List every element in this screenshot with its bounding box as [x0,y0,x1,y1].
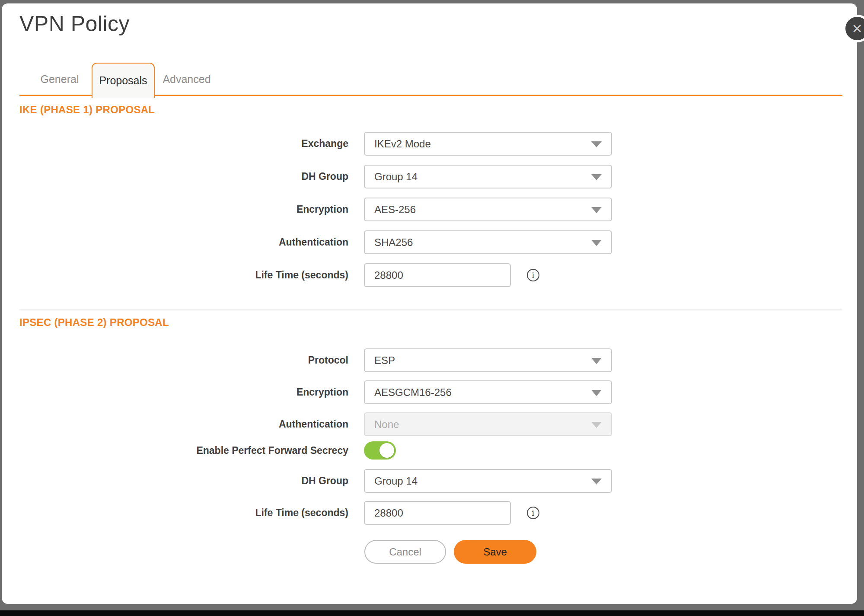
protocol-row: Protocol ESP [2,348,857,372]
dh-group-row: DH Group Group 14 [2,165,857,188]
phase2-dh-group-label: DH Group [2,469,348,493]
info-icon-glyph: i [532,508,535,517]
dh-group-select[interactable]: Group 14 [364,165,612,188]
chevron-down-icon [591,240,602,246]
authentication-label: Authentication [2,230,348,254]
protocol-select[interactable]: ESP [364,348,612,372]
phase2-life-time-row: Life Time (seconds) i [2,501,857,525]
authentication-select[interactable]: SHA256 [364,230,612,254]
tab-proposals[interactable]: Proposals [92,63,155,98]
tab-advanced[interactable]: Advanced [155,63,218,96]
phase2-dh-group-value: Group 14 [374,475,418,487]
tab-bar: General Proposals Advanced [19,63,842,96]
phase2-dh-group-select[interactable]: Group 14 [364,469,612,493]
screen-background: VPN Policy General Proposals Advanced IK… [0,0,864,616]
protocol-label: Protocol [2,348,348,372]
phase2-authentication-label: Authentication [2,412,348,436]
chevron-down-icon [591,390,602,396]
chevron-down-icon [591,422,602,428]
chevron-down-icon [591,174,602,180]
encryption-label: Encryption [2,198,348,221]
page-title: VPN Policy [19,11,130,36]
toggle-knob [379,443,394,458]
exchange-value: IKEv2 Mode [374,138,431,150]
dh-group-label: DH Group [2,165,348,188]
tab-advanced-label: Advanced [163,73,210,86]
life-time-label: Life Time (seconds) [2,263,348,287]
phase2-encryption-label: Encryption [2,380,348,404]
phase2-encryption-value: AESGCM16-256 [374,386,452,399]
tab-general[interactable]: General [28,63,91,96]
dh-group-value: Group 14 [374,171,418,183]
info-icon[interactable]: i [527,507,539,519]
chevron-down-icon [591,207,602,213]
phase2-life-time-label: Life Time (seconds) [2,501,348,525]
phase2-life-time-input[interactable] [364,501,511,525]
exchange-label: Exchange [2,132,348,156]
encryption-select[interactable]: AES-256 [364,198,612,221]
phase2-authentication-select-disabled: None [364,412,612,436]
phase2-encryption-select[interactable]: AESGCM16-256 [364,380,612,404]
phase1-heading: IKE (PHASE 1) PROPOSAL [19,104,155,116]
save-button[interactable]: Save [454,540,536,564]
chevron-down-icon [591,141,602,147]
tab-general-label: General [41,73,79,86]
pfs-row: Enable Perfect Forward Secrecy [2,441,857,460]
protocol-value: ESP [374,354,395,367]
info-icon-glyph: i [532,271,535,280]
phase2-authentication-row: Authentication None [2,412,857,436]
exchange-select[interactable]: IKEv2 Mode [364,132,612,156]
phase2-encryption-row: Encryption AESGCM16-256 [2,380,857,404]
exchange-row: Exchange IKEv2 Mode [2,132,857,156]
pfs-toggle-on[interactable] [364,441,396,460]
encryption-value: AES-256 [374,204,416,216]
dialog-footer: Cancel Save [2,540,857,564]
authentication-row: Authentication SHA256 [2,230,857,254]
cancel-button[interactable]: Cancel [364,540,446,564]
phase2-dh-group-row: DH Group Group 14 [2,469,857,493]
life-time-input[interactable] [364,263,511,287]
close-icon: ✕ [851,21,862,36]
chevron-down-icon [591,479,602,485]
phase2-heading: IPSEC (PHASE 2) PROPOSAL [19,316,169,329]
bottom-edge-bar [0,610,864,616]
phase2-authentication-value: None [374,418,399,431]
section-divider [19,310,842,310]
encryption-row: Encryption AES-256 [2,198,857,221]
life-time-row: Life Time (seconds) i [2,263,857,287]
tab-proposals-label: Proposals [99,74,147,87]
authentication-value: SHA256 [374,236,413,249]
info-icon[interactable]: i [527,269,539,281]
pfs-label: Enable Perfect Forward Secrecy [2,441,348,460]
vpn-policy-dialog: VPN Policy General Proposals Advanced IK… [2,3,857,604]
chevron-down-icon [591,358,602,364]
